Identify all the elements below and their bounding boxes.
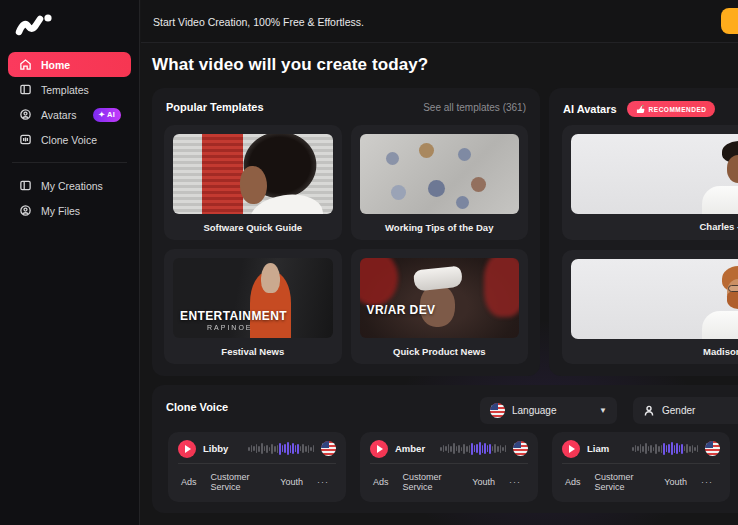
template-label: Software Quick Guide (173, 214, 333, 240)
avatar-label: Charles - Teacher (571, 214, 738, 240)
topbar: Start Video Creation, 100% Free & Effort… (141, 0, 738, 43)
recommended-badge: RECOMMENDED (627, 101, 716, 117)
see-all-templates-link[interactable]: See all templates (361) (423, 102, 526, 113)
template-label: Working Tips of the Day (360, 214, 520, 240)
voice-tag: Customer Service (588, 472, 658, 492)
main-content: What video will you create today? Popula… (141, 43, 738, 525)
sidebar-item-label: My Creations (41, 180, 103, 192)
sidebar: Home Templates Avatars ✦ AI Clone Voice (0, 0, 140, 525)
sidebar-item-templates[interactable]: Templates (8, 77, 131, 102)
voice-card-liam: Liam Ads Customer Service Youth ··· (552, 432, 730, 502)
us-flag-icon (321, 441, 336, 456)
template-card-festival-news[interactable]: ENTERTAINMENT RAPINOE Festival News (164, 249, 342, 364)
voice-tag: Ads (562, 477, 588, 487)
us-flag-icon (705, 441, 720, 456)
app-logo[interactable] (14, 11, 56, 37)
my-creations-icon (18, 179, 32, 193)
ai-avatars-panel: AI Avatars RECOMMENDED Charles - Teacher (549, 88, 738, 376)
voice-waveform (440, 441, 506, 457)
page-title: What video will you create today? (152, 55, 738, 75)
my-files-icon (18, 204, 32, 218)
template-card-working-tips[interactable]: Working Tips of the Day (351, 125, 529, 240)
ai-avatars-title: AI Avatars (563, 103, 617, 115)
more-tags-button[interactable]: ··· (502, 477, 528, 487)
language-dropdown[interactable]: Language ▼ (480, 397, 617, 424)
sidebar-item-label: Clone Voice (41, 134, 97, 146)
chevron-down-icon: ▼ (599, 406, 607, 415)
thumbnail-overlay-subtext: RAPINOE (207, 324, 253, 331)
voice-card-row: Libby Ads Customer Service Youth ··· Amb… (168, 432, 730, 502)
sidebar-item-label: Templates (41, 84, 89, 96)
ai-badge: ✦ AI (93, 108, 121, 122)
voice-tag: Youth (465, 477, 502, 487)
play-button[interactable] (562, 440, 580, 458)
template-thumbnail (360, 134, 520, 214)
clone-voice-title: Clone Voice (166, 401, 228, 413)
popular-templates-panel: Popular Templates See all templates (361… (152, 88, 540, 376)
template-card-software-quick-guide[interactable]: Software Quick Guide (164, 125, 342, 240)
voice-card-amber: Amber Ads Customer Service Youth ··· (360, 432, 538, 502)
play-button[interactable] (370, 440, 388, 458)
voice-tags: Ads Customer Service Youth ··· (370, 464, 528, 500)
voice-name: Liam (587, 443, 625, 454)
voice-card-libby: Libby Ads Customer Service Youth ··· (168, 432, 346, 502)
clone-voice-icon (18, 133, 32, 147)
avatar-card-charles[interactable]: Charles - Teacher (562, 125, 738, 240)
templates-icon (18, 83, 32, 97)
voice-name: Libby (203, 443, 241, 454)
us-flag-icon (513, 441, 528, 456)
sidebar-item-my-creations[interactable]: My Creations (8, 173, 131, 198)
voice-tag: Ads (178, 477, 204, 487)
voice-tag: Youth (273, 477, 310, 487)
avatar-photo (571, 134, 738, 214)
promo-text: Start Video Creation, 100% Free & Effort… (153, 16, 364, 28)
thumbnail-overlay-text: ENTERTAINMENT (180, 310, 287, 322)
voice-tag: Youth (657, 477, 694, 487)
avatar-photo (571, 259, 738, 339)
templates-grid: Software Quick Guide Working Tips of the… (164, 125, 528, 364)
sidebar-item-avatars[interactable]: Avatars ✦ AI (8, 102, 131, 127)
voice-tags: Ads Customer Service Youth ··· (562, 464, 720, 500)
gender-dropdown-label: Gender (662, 405, 695, 416)
avatar-list: Charles - Teacher Madison - Sales (562, 125, 738, 364)
thumbnail-overlay-text: VR/AR DEV (367, 304, 436, 316)
sidebar-item-clone-voice[interactable]: Clone Voice (8, 127, 131, 152)
voice-waveform (248, 441, 314, 457)
upgrade-button[interactable] (721, 8, 738, 34)
voice-tags: Ads Customer Service Youth ··· (178, 464, 336, 500)
sidebar-divider (12, 162, 127, 163)
avatars-icon (18, 108, 32, 122)
gender-dropdown[interactable]: Gender (633, 397, 738, 424)
voice-tag: Customer Service (396, 472, 466, 492)
voice-tag: Ads (370, 477, 396, 487)
thumbs-up-icon (636, 105, 645, 114)
voice-card-top: Libby (178, 440, 336, 464)
avatar-card-madison[interactable]: Madison - Sales (562, 250, 738, 365)
template-thumbnail: VR/AR DEV (360, 258, 520, 338)
recommended-badge-label: RECOMMENDED (649, 106, 707, 113)
sidebar-item-label: Avatars (41, 109, 76, 121)
voice-card-top: Amber (370, 440, 528, 464)
more-tags-button[interactable]: ··· (694, 477, 720, 487)
sidebar-item-label: My Files (41, 205, 80, 217)
sidebar-item-home[interactable]: Home (8, 52, 131, 77)
voice-tag: Customer Service (204, 472, 274, 492)
home-icon (18, 58, 32, 72)
clone-voice-panel: Clone Voice Language ▼ Gender Libby (152, 385, 738, 513)
sidebar-item-my-files[interactable]: My Files (8, 198, 131, 223)
template-thumbnail (173, 134, 333, 214)
play-button[interactable] (178, 440, 196, 458)
template-label: Festival News (173, 338, 333, 364)
sidebar-item-label: Home (41, 59, 70, 71)
popular-templates-header: Popular Templates See all templates (361… (152, 88, 540, 113)
template-label: Quick Product News (360, 338, 520, 364)
person-icon (643, 405, 655, 417)
template-card-quick-product-news[interactable]: VR/AR DEV Quick Product News (351, 249, 529, 364)
more-tags-button[interactable]: ··· (310, 477, 336, 487)
us-flag-icon (490, 403, 505, 418)
language-dropdown-label: Language (512, 405, 557, 416)
popular-templates-title: Popular Templates (166, 101, 264, 113)
voice-name: Amber (395, 443, 433, 454)
voice-card-top: Liam (562, 440, 720, 464)
template-thumbnail: ENTERTAINMENT RAPINOE (173, 258, 333, 338)
